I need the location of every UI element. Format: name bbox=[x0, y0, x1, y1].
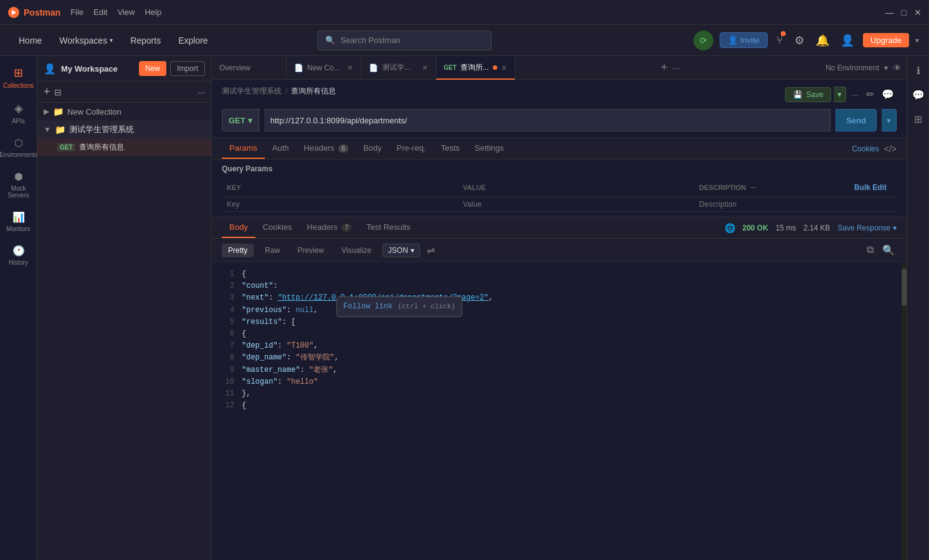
nav-explore[interactable]: Explore bbox=[169, 25, 216, 56]
format-select[interactable]: JSON ▾ bbox=[383, 244, 420, 257]
description-input[interactable] bbox=[699, 200, 892, 209]
nav-workspaces[interactable]: Workspaces ▾ bbox=[50, 25, 121, 56]
tab-settings[interactable]: Settings bbox=[467, 138, 512, 159]
tab-params[interactable]: Params bbox=[222, 138, 265, 159]
sidebar-item-environments[interactable]: ⬡ Environments bbox=[1, 132, 36, 163]
more-icon[interactable]: ··· bbox=[751, 184, 756, 191]
response-tab-headers[interactable]: Headers 7 bbox=[300, 217, 359, 238]
format-value: JSON bbox=[388, 246, 408, 255]
code-viewer[interactable]: 1 { 2 "count": 3 "next": "http://127.0.0… bbox=[212, 262, 907, 560]
close-button[interactable]: ✕ bbox=[914, 7, 922, 17]
collection-item-new[interactable]: ▶ 📁 New Collection bbox=[37, 103, 211, 120]
key-input[interactable] bbox=[227, 200, 453, 209]
add-tab-icon[interactable]: + bbox=[661, 61, 668, 74]
nav-home[interactable]: Home bbox=[10, 25, 50, 56]
environment-chevron-icon[interactable]: ▾ bbox=[884, 64, 888, 72]
format-tab-preview[interactable]: Preview bbox=[291, 244, 330, 257]
value-input[interactable] bbox=[463, 200, 689, 209]
right-layout-icon[interactable]: ⊞ bbox=[910, 110, 926, 129]
more-options-button[interactable]: ··· bbox=[849, 87, 861, 102]
status-badge: 200 OK bbox=[743, 224, 768, 232]
profile-button[interactable]: 👤 bbox=[838, 31, 857, 50]
method-label: GET bbox=[444, 64, 457, 71]
environments-icon: ⬡ bbox=[14, 137, 23, 149]
scrollbar-thumb[interactable] bbox=[902, 268, 907, 306]
settings-button[interactable]: ⚙ bbox=[792, 31, 807, 50]
method-select[interactable]: GET ▾ bbox=[222, 109, 259, 131]
more-icon[interactable]: ··· bbox=[198, 87, 205, 97]
close-tab-icon[interactable]: ✕ bbox=[422, 64, 428, 72]
add-icon[interactable]: + bbox=[44, 85, 50, 98]
cookies-button[interactable]: Cookies bbox=[852, 145, 879, 153]
right-info-icon[interactable]: ℹ bbox=[913, 61, 924, 80]
sidebar-item-collections[interactable]: ⊞ Collections bbox=[1, 61, 36, 94]
close-tab-icon[interactable]: ✕ bbox=[501, 64, 507, 72]
new-button[interactable]: New bbox=[139, 61, 166, 76]
save-dropdown-button[interactable]: ▾ bbox=[834, 87, 846, 102]
minimize-button[interactable]: — bbox=[885, 7, 894, 17]
edit-button[interactable]: ✏ bbox=[864, 86, 877, 103]
nav-reports[interactable]: Reports bbox=[121, 25, 169, 56]
fork-button[interactable]: ⑂ bbox=[774, 31, 786, 49]
tab-overview[interactable]: Overview bbox=[212, 56, 287, 80]
menu-help[interactable]: Help bbox=[145, 7, 161, 17]
url-input[interactable] bbox=[264, 109, 831, 131]
environment-eye-icon[interactable]: 👁 bbox=[893, 63, 902, 73]
upgrade-button[interactable]: Upgrade bbox=[863, 33, 909, 47]
tab-new-co[interactable]: 📄 New Co... ✕ bbox=[287, 56, 361, 80]
save-response-button[interactable]: Save Response ▾ bbox=[837, 224, 897, 232]
search-bar[interactable]: 🔍 Search Postman bbox=[317, 31, 492, 50]
maximize-button[interactable]: □ bbox=[902, 7, 907, 17]
sidebar-item-monitors[interactable]: 📊 Monitors bbox=[1, 206, 36, 237]
copy-icon[interactable]: ⧉ bbox=[865, 242, 875, 258]
tab-active-req[interactable]: GET 查询所... ✕ bbox=[436, 56, 515, 80]
unsaved-dot bbox=[493, 65, 497, 70]
filter-icon[interactable]: ⊟ bbox=[54, 87, 62, 97]
comment-button[interactable]: 💬 bbox=[879, 86, 897, 103]
save-button[interactable]: 💾 Save bbox=[785, 87, 831, 102]
code-button[interactable]: </> bbox=[884, 144, 897, 154]
topnav-right: ⟳ 👤 Invite ⑂ ⚙ 🔔 👤 Upgrade ▾ bbox=[693, 31, 919, 50]
sidebar-item-mock-servers[interactable]: ⬢ Mock Servers bbox=[1, 166, 36, 204]
notifications-button[interactable]: 🔔 bbox=[813, 31, 832, 50]
wrap-icon[interactable]: ⇌ bbox=[425, 242, 437, 258]
collection-item-test[interactable]: ▼ 📁 测试学生管理系统 bbox=[37, 120, 211, 139]
test-collection-name: 测试学生管理系统 bbox=[69, 124, 134, 135]
tab-headers[interactable]: Headers 6 bbox=[297, 138, 356, 159]
tab-prereq[interactable]: Pre-req. bbox=[389, 138, 434, 159]
format-tab-raw[interactable]: Raw bbox=[259, 244, 286, 257]
tab-test-req[interactable]: 📄 测试学... ✕ bbox=[361, 56, 436, 80]
response-tab-test-results[interactable]: Test Results bbox=[359, 217, 418, 238]
menu-file[interactable]: File bbox=[70, 7, 83, 17]
scrollbar-track bbox=[902, 262, 907, 560]
invite-button[interactable]: 👤 Invite bbox=[720, 32, 768, 48]
sync-icon[interactable]: ⟳ bbox=[693, 31, 713, 50]
sidebar-item-history[interactable]: 🕐 History bbox=[1, 240, 36, 271]
tab-auth[interactable]: Auth bbox=[265, 138, 297, 159]
search-response-icon[interactable]: 🔍 bbox=[880, 242, 897, 258]
value-column-header: VALUE bbox=[458, 178, 694, 197]
headers-badge: 6 bbox=[338, 145, 348, 153]
bulk-edit-button[interactable]: Bulk Edit bbox=[849, 181, 892, 194]
tab-body[interactable]: Body bbox=[356, 138, 389, 159]
response-status: 🌐 200 OK 15 ms 2.14 KB Save Response ▾ bbox=[725, 223, 897, 233]
collections-icon: ⊞ bbox=[14, 66, 23, 80]
more-tabs-icon[interactable]: ··· bbox=[672, 63, 680, 73]
tab-tests[interactable]: Tests bbox=[433, 138, 467, 159]
breadcrumb-current: 查询所有信息 bbox=[291, 86, 336, 97]
gear-icon: ⚙ bbox=[794, 34, 804, 47]
menu-view[interactable]: View bbox=[117, 7, 135, 17]
menu-edit[interactable]: Edit bbox=[93, 7, 107, 17]
response-tab-cookies[interactable]: Cookies bbox=[255, 217, 300, 238]
collection-icon: 📁 bbox=[53, 107, 64, 116]
format-tab-visualize[interactable]: Visualize bbox=[335, 244, 378, 257]
right-comment-icon[interactable]: 💬 bbox=[908, 85, 928, 105]
format-tab-pretty[interactable]: Pretty bbox=[222, 244, 254, 257]
request-item-query[interactable]: GET 查询所有信息 bbox=[37, 139, 211, 156]
send-button[interactable]: Send bbox=[836, 109, 877, 131]
response-tab-body[interactable]: Body bbox=[222, 217, 255, 238]
send-dropdown-button[interactable]: ▾ bbox=[882, 109, 897, 131]
import-button[interactable]: Import bbox=[170, 61, 205, 76]
close-tab-icon[interactable]: ✕ bbox=[347, 64, 353, 72]
sidebar-item-apis[interactable]: ◈ APIs bbox=[1, 97, 36, 130]
